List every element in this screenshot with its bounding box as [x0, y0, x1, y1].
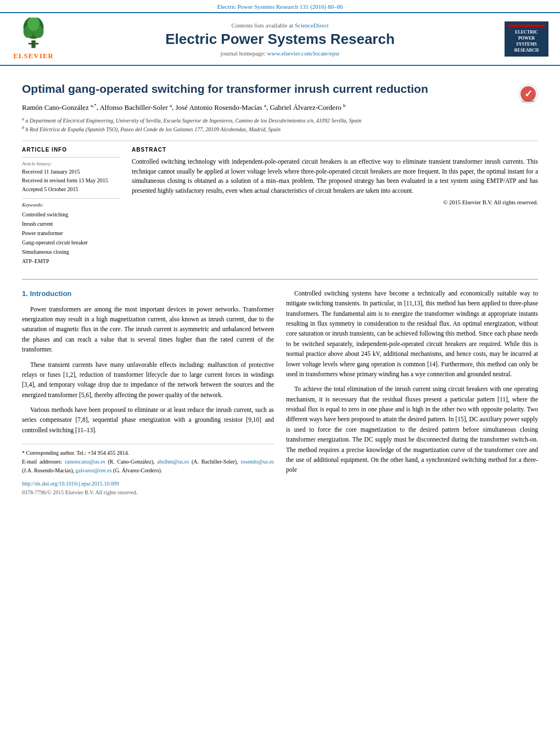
doi-line[interactable]: http://dx.doi.org/10.1016/j.epsr.2015.10…: [22, 479, 274, 488]
article-info-panel: ARTICLE INFO Article history: Received 1…: [22, 147, 121, 270]
footnote-email-label: E-mail addresses:: [22, 459, 62, 465]
issn-line: 0378-7796/© 2015 Elsevier B.V. All right…: [22, 488, 274, 497]
author-ramon: Ramón Cano-González a,*: [22, 103, 97, 111]
contents-line: Contents lists available at ScienceDirec…: [64, 22, 496, 29]
received-date: Received 11 January 2015: [22, 168, 121, 176]
keywords-label: Keywords:: [22, 202, 121, 208]
author-jose: José Antonio Rosendo-Macías a: [176, 103, 266, 111]
abstract-text: Controlled switching technology with ind…: [132, 157, 538, 196]
body-divider: [22, 279, 538, 280]
svg-text:CrossMark: CrossMark: [522, 99, 535, 103]
section1-title: 1. Introduction: [22, 288, 274, 300]
article-title: Optimal gang-operated switching for tran…: [22, 81, 538, 96]
header-divider: [22, 141, 538, 141]
epsr-label-text: ELECTRIC POWER SYSTEMS RESEARCH: [514, 30, 539, 53]
keyword-6: ATP–EMTP: [22, 256, 121, 266]
crossmark-icon: ✓ CrossMark: [518, 84, 538, 104]
citation-bar: Electric Power Systems Research 131 (201…: [0, 0, 560, 12]
email-jose[interactable]: rosendo@us.es: [240, 459, 274, 465]
article-history-label: Article history:: [22, 161, 121, 166]
abstract-copyright: © 2015 Elsevier B.V. All rights reserved…: [132, 199, 538, 205]
elsevier-wordmark: ELSEVIER: [13, 52, 54, 60]
intro-p3: Various methods have been proposed to el…: [22, 405, 274, 435]
elsevier-tree-icon: [17, 18, 50, 51]
affiliation-b: b b Red Eléctrica de España (Spanish TSO…: [22, 125, 538, 133]
accepted-date: Accepted 5 October 2015: [22, 185, 121, 194]
svg-text:✓: ✓: [524, 88, 533, 99]
abstract-heading: ABSTRACT: [132, 147, 538, 153]
article-info-heading: ARTICLE INFO: [22, 147, 121, 153]
keywords-block: Keywords: Controlled switching Inrush cu…: [22, 198, 121, 266]
svg-rect-1: [29, 43, 38, 44]
citation-text: Electric Power Systems Research 131 (201…: [217, 3, 343, 10]
email-ramon[interactable]: ramoncano@us.es: [65, 459, 105, 465]
journal-title-area: Contents lists available at ScienceDirec…: [64, 22, 496, 57]
email-gabriel[interactable]: galvarez@ree.es: [75, 467, 111, 473]
keyword-2: Inrush current: [22, 219, 121, 228]
intro-col2-p1: Controlled switching systems have become…: [286, 288, 538, 380]
abstract-panel: ABSTRACT Controlled switching technology…: [132, 147, 538, 270]
keyword-4: Gang-operated circuit breaker: [22, 238, 121, 247]
affiliation-a: a a Department of Electrical Engineering…: [22, 116, 538, 125]
body-col-right: Controlled switching systems have become…: [286, 288, 538, 497]
affiliations: a a Department of Electrical Engineering…: [22, 116, 538, 134]
keywords-list: Controlled switching Inrush current Powe…: [22, 210, 121, 266]
article-dates: Received 11 January 2015 Received in rev…: [22, 168, 121, 194]
sciencedirect-link[interactable]: ScienceDirect: [295, 22, 329, 29]
footnote-emails: E-mail addresses: ramoncano@us.es (R. Ca…: [22, 458, 274, 475]
keyword-5: Simultaneous closing: [22, 247, 121, 256]
author-alfonso: Alfonso Bachiller-Soler a: [99, 103, 172, 111]
journal-homepage-link[interactable]: www.elsevier.com/locate/epsr: [267, 50, 340, 57]
keyword-3: Power transformer: [22, 228, 121, 238]
intro-p1: Power transformers are among the most im…: [22, 304, 274, 355]
journal-header: ELSEVIER Contents lists available at Sci…: [0, 12, 560, 66]
footnote-area: * Corresponding author. Tel.: +34 954 45…: [22, 444, 274, 497]
elsevier-logo: ELSEVIER: [9, 18, 58, 60]
epsr-box: ELECTRIC POWER SYSTEMS RESEARCH: [505, 21, 548, 57]
journal-homepage-line: journal homepage: www.elsevier.com/locat…: [64, 50, 496, 57]
authors-line: Ramón Cano-González a,*, Alfonso Bachill…: [22, 102, 538, 113]
received-revised-date: Received in revised form 13 May 2015: [22, 176, 121, 185]
email-alfonso[interactable]: abslhm@us.es: [157, 459, 189, 465]
body-col-left: 1. Introduction Power transformers are a…: [22, 288, 274, 497]
intro-col2-p2: To achieve the total elimination of the …: [286, 384, 538, 475]
journal-main-title: Electric Power Systems Research: [64, 31, 496, 48]
keyword-1: Controlled switching: [22, 210, 121, 219]
article-history-block: Article history: Received 11 January 201…: [22, 157, 121, 194]
footnote-corresponding: * Corresponding author. Tel.: +34 954 45…: [22, 449, 274, 458]
intro-p2: These transient currents have many unfav…: [22, 360, 274, 400]
author-gabriel: Gabriel Álvarez-Cordero b: [270, 103, 345, 111]
epsr-logo: ELECTRIC POWER SYSTEMS RESEARCH: [502, 21, 551, 57]
